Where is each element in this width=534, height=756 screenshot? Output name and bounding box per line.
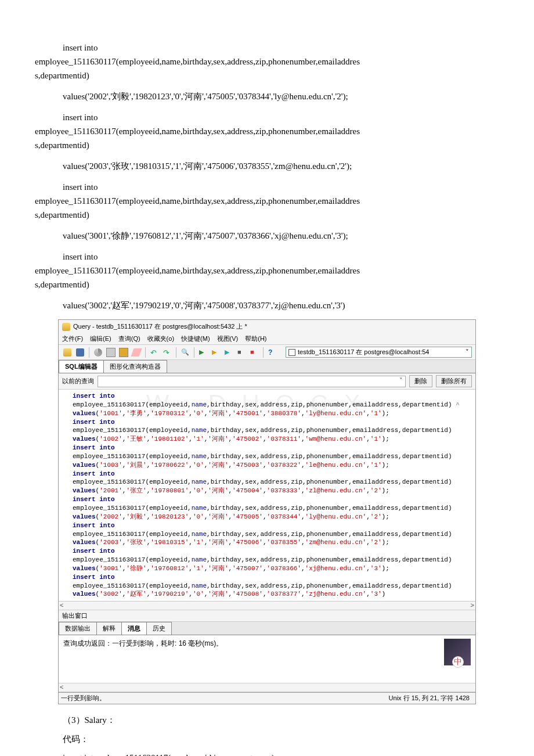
clear-button[interactable] <box>131 347 142 358</box>
search-icon <box>181 348 189 357</box>
menu-query[interactable]: 查询(Q) <box>118 334 140 343</box>
separator <box>194 347 194 358</box>
undo-icon <box>150 348 158 357</box>
window-titlebar: Query - testdb_1511630117 在 postgres@loc… <box>59 320 475 333</box>
menu-favorites[interactable]: 收藏夹(o) <box>147 334 174 343</box>
sql-line: s,departmentid) <box>35 138 499 152</box>
stop-icon <box>237 348 246 357</box>
stop-button[interactable] <box>249 347 259 358</box>
post-text: （3）Salary： 代码： insert into salary_151163… <box>35 715 499 756</box>
execute-file-button[interactable] <box>211 347 221 358</box>
menu-edit[interactable]: 编辑(E) <box>90 334 111 343</box>
sql-line: insert into <box>35 41 499 55</box>
delete-all-button[interactable]: 删除所有 <box>436 375 472 387</box>
cut-button[interactable] <box>93 347 103 358</box>
sql-line: employee_1511630117(employeeid,name,birt… <box>35 124 499 138</box>
separator <box>145 347 146 358</box>
separator <box>89 347 89 358</box>
sql-line: values('3002','赵军','19790219','0','河南','… <box>35 298 499 312</box>
editor-line: insert into employee_1511630117(employee… <box>73 495 472 513</box>
save-button[interactable] <box>75 347 85 358</box>
editor-line: insert into employee_1511630117(employee… <box>73 547 472 564</box>
editor-line: insert into employee_1511630117(employee… <box>73 392 472 409</box>
history-bar: 以前的查询 删除 删除所有 <box>59 373 475 390</box>
menu-help[interactable]: 帮助(H) <box>245 334 266 343</box>
messages-pane: 查询成功返回：一行受到影响，耗时: 16 毫秒(ms)。 <box>59 635 475 683</box>
sql-line: insert into <box>35 180 499 194</box>
editor-line: insert into employee_1511630117(employee… <box>73 418 472 435</box>
separator <box>176 347 176 358</box>
eraser-icon <box>131 348 142 357</box>
sql-values: values('3001','徐静','19760812','1','河南','… <box>35 229 499 243</box>
code-line: insert into salary_1511630117(employeeid… <box>63 753 499 756</box>
explain-button[interactable] <box>223 347 234 358</box>
open-button[interactable] <box>62 347 73 358</box>
window-title: Query - testdb_1511630117 在 postgres@loc… <box>73 322 247 331</box>
execute-button[interactable] <box>198 347 208 358</box>
history-combo[interactable] <box>98 376 406 387</box>
app-icon <box>62 323 70 331</box>
help-icon <box>268 348 276 357</box>
play-icon <box>199 348 207 357</box>
editor-line: values('1002','王敏','19801102','1','河南','… <box>73 435 472 444</box>
history-label: 以前的查询 <box>62 377 94 386</box>
editor-tabs: SQL编辑器 图形化查询构造器 <box>59 360 475 373</box>
menu-bar: 文件(F) 编辑(E) 查询(Q) 收藏夹(o) 快捷键(M) 视图(V) 帮助… <box>59 333 475 345</box>
sql-line: insert into <box>35 250 499 264</box>
menu-shortcuts[interactable]: 快捷键(M) <box>181 334 210 343</box>
avatar-image <box>444 639 471 665</box>
editor-line: values('1003','刘晨','19780622','0','河南','… <box>73 461 472 470</box>
editor-line: insert into employee_1511630117(employee… <box>73 470 472 487</box>
messages-scrollbar[interactable]: < <box>59 683 475 692</box>
tab-history[interactable]: 历史 <box>146 622 172 635</box>
redo-button[interactable] <box>162 347 172 358</box>
tab-messages[interactable]: 消息 <box>121 622 147 635</box>
delete-button[interactable]: 删除 <box>409 375 432 387</box>
save-icon <box>76 348 84 357</box>
status-right: Unix 行 15, 列 21, 字符 1428 <box>389 694 470 703</box>
paste-icon <box>119 348 128 357</box>
editor-line: insert into employee_1511630117(employee… <box>73 573 472 591</box>
explain-icon <box>225 348 233 357</box>
tab-gui-builder[interactable]: 图形化查询构造器 <box>103 360 167 373</box>
output-tabs: 数据输出 解释 消息 历史 <box>59 622 475 635</box>
sql-line: s,departmentid) <box>35 69 499 82</box>
sql-line: employee_1511630117(employeeid,name,birt… <box>35 55 499 69</box>
menu-view[interactable]: 视图(V) <box>217 334 239 343</box>
database-selector[interactable]: testdb_1511630117 在 postgres@localhost:5… <box>286 347 472 358</box>
editor-line: values('3002','赵军','19790219','0','河南','… <box>73 590 472 599</box>
editor-line: insert into employee_1511630117(employee… <box>73 521 472 539</box>
separator <box>263 347 264 358</box>
sql-line: values('3001','徐静','19760812','1','河南','… <box>35 229 499 243</box>
tab-explain[interactable]: 解释 <box>96 622 122 635</box>
sql-statement: insert into employee_1511630117(employee… <box>35 41 499 82</box>
toolbar: testdb_1511630117 在 postgres@localhost:5… <box>59 345 475 360</box>
sql-line: employee_1511630117(employeeid,name,birt… <box>35 264 499 278</box>
output-pane-label: 输出窗口 <box>59 610 475 622</box>
sql-line: employee_1511630117(employeeid,name,birt… <box>35 194 499 208</box>
help-button[interactable] <box>267 347 277 358</box>
sql-line: values('2003','张玫','19810315','1','河南','… <box>35 159 499 173</box>
status-bar: 一行受到影响。 Unix 行 15, 列 21, 字符 1428 <box>59 692 475 704</box>
sql-editor[interactable]: W . D U O C X . insert into employee_151… <box>59 390 475 602</box>
editor-line: insert into employee_1511630117(employee… <box>73 444 472 461</box>
tab-sql-editor[interactable]: SQL编辑器 <box>59 360 104 373</box>
status-left: 一行受到影响。 <box>61 694 106 703</box>
editor-line: values('3001','徐静','19760812','1','河南','… <box>73 564 472 573</box>
sql-line: values('2002','刘毅','19820123','0','河南','… <box>35 89 499 103</box>
tab-data-output[interactable]: 数据输出 <box>59 622 97 635</box>
menu-file[interactable]: 文件(F) <box>62 334 83 343</box>
find-button[interactable] <box>180 347 190 358</box>
sql-line: s,departmentid) <box>35 278 499 291</box>
sql-line: insert into <box>35 110 499 124</box>
paste-button[interactable] <box>118 347 129 358</box>
editor-line: values('2003','张玫','19810315','1','河南','… <box>73 538 472 547</box>
editor-scrollbar[interactable]: <> <box>59 602 475 610</box>
database-selector-value: testdb_1511630117 在 postgres@localhost:5… <box>298 348 429 357</box>
undo-button[interactable] <box>149 347 160 358</box>
open-icon <box>63 348 71 357</box>
cut-icon <box>94 348 102 357</box>
cancel-button[interactable] <box>236 347 247 358</box>
copy-button[interactable] <box>106 347 116 358</box>
editor-line: values('2002','刘毅','19820123','0','河南','… <box>73 513 472 521</box>
